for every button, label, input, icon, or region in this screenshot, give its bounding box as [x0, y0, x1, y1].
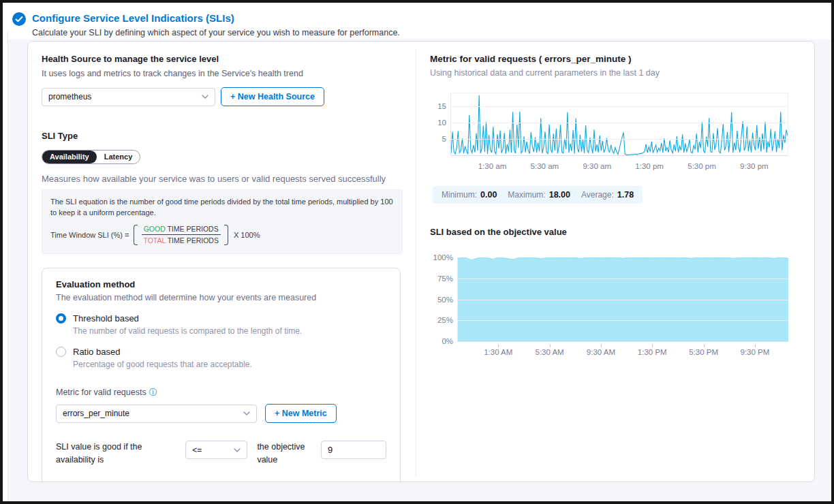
- step-header: Configure Service Level Indicatiors (SLI…: [3, 3, 831, 37]
- metric-chart-subtitle: Using historical data and current parame…: [430, 68, 797, 78]
- x-axis-label: 9:30 AM: [587, 348, 615, 356]
- new-health-source-button[interactable]: + New Health Source: [221, 87, 324, 106]
- info-icon[interactable]: ⓘ: [180, 481, 188, 482]
- x-axis-tick: [652, 344, 653, 347]
- equation-prefix: Time Window SLI (%) =: [50, 231, 129, 239]
- x-axis-label: 1:30 AM: [484, 348, 512, 356]
- y-axis-label: 5: [442, 135, 451, 143]
- x-axis-label: 5:30 AM: [535, 348, 563, 356]
- metric-stats-bar: Minimum: 0.00 Maximum: 18.00 Average: 1.…: [433, 186, 643, 204]
- bracket-right: [224, 225, 228, 245]
- threshold-based-option[interactable]: Threshold based: [56, 313, 386, 324]
- page-title: Configure Service Level Indicatiors (SLI…: [32, 12, 400, 25]
- equation-good-rest: TIME PERIODS: [166, 225, 219, 233]
- x-axis-label: 9:30 pm: [740, 162, 769, 170]
- metric-select-value: errors_per_minute: [63, 409, 129, 418]
- objective-value-input[interactable]: [321, 441, 386, 459]
- gridline: [458, 300, 788, 300]
- x-axis-tick: [755, 344, 756, 347]
- sli-chart-title: SLI based on the objective value: [430, 227, 797, 237]
- ratio-label: Ratio based: [73, 347, 120, 357]
- check-circle-icon: [12, 12, 26, 26]
- x-axis-label: 1:30 PM: [638, 348, 667, 356]
- right-column: Metric for valid requests ( errors_per_m…: [416, 42, 814, 482]
- content-area: Health Source to manage the service leve…: [8, 40, 831, 501]
- equation-suffix: X 100%: [234, 231, 260, 239]
- x-axis-label: 5:30 PM: [689, 348, 718, 356]
- metric-for-valid-requests-label: Metric for valid requests: [56, 388, 146, 397]
- sli-condition-label: SLI value is good if the availability is: [56, 441, 176, 467]
- sli-type-description: Measures how available your service was …: [42, 174, 416, 184]
- gridline: [451, 106, 788, 107]
- x-axis-label: 5:30 pm: [688, 162, 716, 170]
- missing-metric-label: Consider missing metric data as: [56, 481, 177, 482]
- equation-total-rest: TIME PERIODS: [166, 236, 219, 245]
- metric-chart-title: Metric for valid requests ( errors_per_m…: [430, 54, 797, 64]
- y-axis-label: 15: [437, 102, 451, 110]
- sli-type-toggle: Availability Latency: [42, 150, 140, 164]
- chevron-down-icon: [234, 448, 241, 452]
- screenshot-frame: Configure Service Level Indicatiors (SLI…: [0, 0, 834, 504]
- new-metric-button[interactable]: + New Metric: [265, 404, 337, 423]
- evaluation-method-card: Evaluation method The evaluation method …: [42, 268, 401, 482]
- objective-value-label: the objective value: [257, 441, 311, 467]
- sli-config-card: Health Source to manage the service leve…: [27, 41, 815, 482]
- x-axis-label: 1:30 pm: [635, 162, 664, 170]
- sli-chart-x-axis: 1:30 AM5:30 AM9:30 AM1:30 PM5:30 PM9:30 …: [457, 345, 788, 360]
- y-axis-label: 100%: [433, 253, 458, 262]
- sli-type-title: SLI Type: [42, 131, 416, 141]
- metric-select[interactable]: errors_per_minute: [56, 405, 257, 423]
- threshold-radio[interactable]: [56, 313, 66, 324]
- y-axis-label: 75%: [437, 274, 458, 283]
- x-axis-label: 9:30 PM: [740, 348, 769, 356]
- sli-type-availability-pill[interactable]: Availability: [42, 151, 97, 163]
- x-axis-tick: [704, 344, 705, 347]
- stat-maximum: Maximum: 18.00: [508, 190, 570, 200]
- sli-objective-chart: 0%25%50%75%100%: [457, 257, 788, 342]
- x-axis-tick: [601, 344, 602, 347]
- operator-value: <=: [192, 445, 202, 455]
- evaluation-title: Evaluation method: [56, 279, 386, 289]
- chevron-down-icon: [243, 411, 250, 415]
- operator-select[interactable]: <=: [185, 441, 247, 459]
- ratio-description: Percentage of good requests that are acc…: [73, 360, 386, 369]
- sli-type-latency-pill[interactable]: Latency: [97, 151, 140, 163]
- metric-chart-x-axis: 1:30 am5:30 am9:30 am1:30 pm5:30 pm9:30 …: [450, 159, 788, 174]
- gridline: [451, 123, 788, 123]
- x-axis-tick: [550, 344, 551, 347]
- page-subtitle: Calculate your SLI by defining which asp…: [32, 28, 400, 37]
- threshold-description: The number of valid requests is compared…: [73, 326, 386, 336]
- x-axis-label: 5:30 am: [531, 162, 559, 170]
- ratio-based-option[interactable]: Ratio based: [56, 347, 386, 357]
- health-source-title: Health Source to manage the service leve…: [42, 54, 416, 64]
- metric-trend-series: [451, 93, 788, 155]
- equation-formula: Time Window SLI (%) = GOOD TIME PERIODS …: [50, 225, 394, 245]
- ratio-radio[interactable]: [56, 347, 66, 357]
- equation-fraction: GOOD TIME PERIODS TOTAL TIME PERIODS: [138, 225, 223, 245]
- stat-average: Average: 1.78: [581, 190, 634, 200]
- y-axis-label: 50%: [437, 296, 458, 304]
- stat-minimum: Minimum: 0.00: [442, 190, 497, 200]
- equation-description: The SLI equation is the number of good t…: [50, 197, 394, 219]
- x-axis-label: 1:30 am: [478, 162, 507, 170]
- y-axis-label: 10: [437, 119, 451, 127]
- evaluation-subtitle: The evaluation method will determine how…: [56, 293, 386, 302]
- health-source-select[interactable]: prometheus: [42, 88, 215, 106]
- equation-total-term: TOTAL: [143, 236, 165, 245]
- y-axis-label: 25%: [437, 316, 458, 324]
- metric-trend-chart: 51015: [450, 93, 788, 156]
- health-source-subtitle: It uses logs and metrics to track change…: [42, 69, 416, 78]
- health-source-value: prometheus: [48, 92, 91, 101]
- gridline: [458, 279, 788, 279]
- info-icon[interactable]: ⓘ: [149, 388, 157, 397]
- y-axis-label: 0%: [442, 337, 458, 345]
- sli-equation-box: The SLI equation is the number of good t…: [42, 189, 403, 254]
- chevron-down-icon: [202, 95, 208, 99]
- equation-good-term: GOOD: [144, 225, 166, 233]
- left-column: Health Source to manage the service leve…: [28, 42, 416, 482]
- threshold-label: Threshold based: [73, 313, 139, 324]
- x-axis-label: 9:30 am: [583, 162, 611, 170]
- gridline: [451, 139, 788, 140]
- gridline: [458, 320, 788, 321]
- x-axis-tick: [498, 344, 499, 347]
